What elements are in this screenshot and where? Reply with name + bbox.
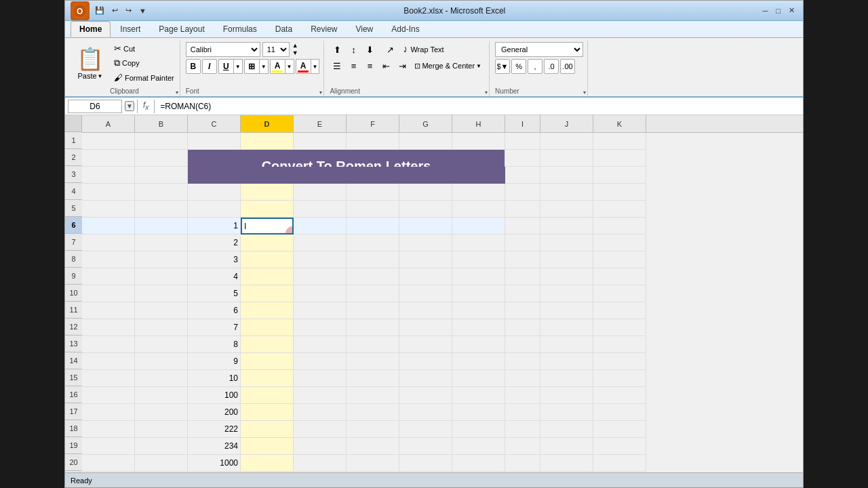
cell-H10[interactable]: [452, 285, 505, 302]
cell-K18[interactable]: [593, 421, 646, 438]
cell-H17[interactable]: [452, 404, 505, 421]
tab-review[interactable]: Review: [302, 21, 346, 37]
cell-C1[interactable]: [188, 133, 241, 150]
col-header-D[interactable]: D: [241, 115, 294, 132]
cell-K14[interactable]: [593, 353, 646, 370]
cell-G20[interactable]: [399, 455, 452, 472]
tab-page-layout[interactable]: Page Layout: [150, 21, 213, 37]
cell-G4[interactable]: [399, 184, 452, 201]
cell-F9[interactable]: [347, 268, 399, 285]
cell-H20[interactable]: [452, 455, 505, 472]
number-expand-btn[interactable]: ▾: [583, 89, 586, 96]
cell-D18[interactable]: [241, 421, 294, 438]
cell-I8[interactable]: [505, 251, 540, 268]
cell-K19[interactable]: [593, 438, 646, 455]
cell-ref-dropdown-btn[interactable]: ▼: [125, 101, 134, 111]
cell-F20[interactable]: [347, 455, 399, 472]
col-header-H[interactable]: H: [452, 115, 505, 132]
underline-button[interactable]: U: [218, 59, 233, 74]
cell-B13[interactable]: [135, 336, 188, 353]
cell-B3[interactable]: [135, 167, 188, 184]
cell-H16[interactable]: [452, 387, 505, 404]
currency-btn[interactable]: $▼: [495, 59, 510, 74]
font-color-dropdown-btn[interactable]: ▼: [311, 59, 320, 74]
italic-button[interactable]: I: [202, 59, 217, 74]
cell-E4[interactable]: [294, 184, 347, 201]
cell-A16[interactable]: [82, 387, 135, 404]
cell-E15[interactable]: [294, 370, 347, 387]
cell-K5[interactable]: [593, 201, 646, 218]
cell-C11[interactable]: 6: [188, 302, 241, 319]
cell-I3[interactable]: [505, 167, 540, 184]
cell-F4[interactable]: [347, 184, 399, 201]
align-right-btn[interactable]: ≡: [362, 58, 377, 73]
cell-K3[interactable]: [593, 167, 646, 184]
paste-button[interactable]: 📋 Paste ▼: [72, 44, 108, 82]
cell-G1[interactable]: [399, 133, 452, 150]
wrap-text-button[interactable]: ⤸ Wrap Text: [399, 43, 447, 56]
col-header-E[interactable]: E: [294, 115, 347, 132]
cell-C8[interactable]: 3: [188, 251, 241, 268]
cell-G10[interactable]: [399, 285, 452, 302]
cell-F16[interactable]: [347, 387, 399, 404]
cell-B7[interactable]: [135, 235, 188, 251]
cell-J12[interactable]: [540, 319, 593, 336]
merge-center-button[interactable]: ⊡ Merge & Center ▼: [411, 60, 485, 73]
text-direction-btn[interactable]: ↗: [382, 42, 397, 57]
align-top-btn[interactable]: ⬆: [330, 42, 344, 57]
cell-D9[interactable]: [241, 268, 294, 285]
border-dropdown-btn[interactable]: ▼: [259, 59, 269, 74]
cell-A7[interactable]: [82, 235, 135, 251]
font-color-button[interactable]: A: [296, 59, 311, 74]
cell-A9[interactable]: [82, 268, 135, 285]
font-family-select[interactable]: Calibri: [186, 42, 260, 57]
tab-view[interactable]: View: [347, 21, 382, 37]
cell-A20[interactable]: [82, 455, 135, 472]
cell-F1[interactable]: [347, 133, 399, 150]
cell-K2[interactable]: [593, 150, 646, 167]
cell-J7[interactable]: [540, 235, 593, 251]
cell-D13[interactable]: [241, 336, 294, 353]
cell-K20[interactable]: [593, 455, 646, 472]
cell-K8[interactable]: [593, 251, 646, 268]
cell-B15[interactable]: [135, 370, 188, 387]
cell-G16[interactable]: [399, 387, 452, 404]
cell-G17[interactable]: [399, 404, 452, 421]
cell-I20[interactable]: [505, 455, 540, 472]
cell-B2[interactable]: [135, 150, 188, 167]
tab-data[interactable]: Data: [267, 21, 301, 37]
cell-J8[interactable]: [540, 251, 593, 268]
cell-F11[interactable]: [347, 302, 399, 319]
tab-insert[interactable]: Insert: [111, 21, 149, 37]
cell-C12[interactable]: 7: [188, 319, 241, 336]
col-header-I[interactable]: I: [505, 115, 540, 132]
cell-I18[interactable]: [505, 421, 540, 438]
cell-I1[interactable]: [505, 133, 540, 150]
cell-J2[interactable]: [540, 150, 593, 167]
cell-A3[interactable]: [82, 167, 135, 184]
cell-E7[interactable]: [294, 235, 347, 251]
col-header-F[interactable]: F: [347, 115, 399, 132]
font-size-increase-btn[interactable]: ▲: [292, 42, 299, 49]
cell-reference-box[interactable]: D6: [68, 100, 122, 113]
cell-G13[interactable]: [399, 336, 452, 353]
cell-G8[interactable]: [399, 251, 452, 268]
cell-I5[interactable]: [505, 201, 540, 218]
cell-F17[interactable]: [347, 404, 399, 421]
cell-A2[interactable]: [82, 150, 135, 167]
cell-E18[interactable]: [294, 421, 347, 438]
cell-A1[interactable]: [82, 133, 135, 150]
cell-H5[interactable]: [452, 201, 505, 218]
cell-A5[interactable]: [82, 201, 135, 218]
underline-dropdown-btn[interactable]: ▼: [233, 59, 243, 74]
cell-C7[interactable]: 2: [188, 235, 241, 251]
align-bottom-btn[interactable]: ⬇: [362, 42, 377, 57]
cell-C6[interactable]: 1: [188, 218, 241, 235]
align-center-btn[interactable]: ≡: [346, 58, 361, 73]
cell-C19[interactable]: 234: [188, 438, 241, 455]
font-expand-btn[interactable]: ▾: [319, 89, 322, 96]
cell-E19[interactable]: [294, 438, 347, 455]
row-header-6[interactable]: 6: [65, 217, 82, 234]
align-left-btn[interactable]: ☰: [330, 58, 344, 73]
cell-J18[interactable]: [540, 421, 593, 438]
